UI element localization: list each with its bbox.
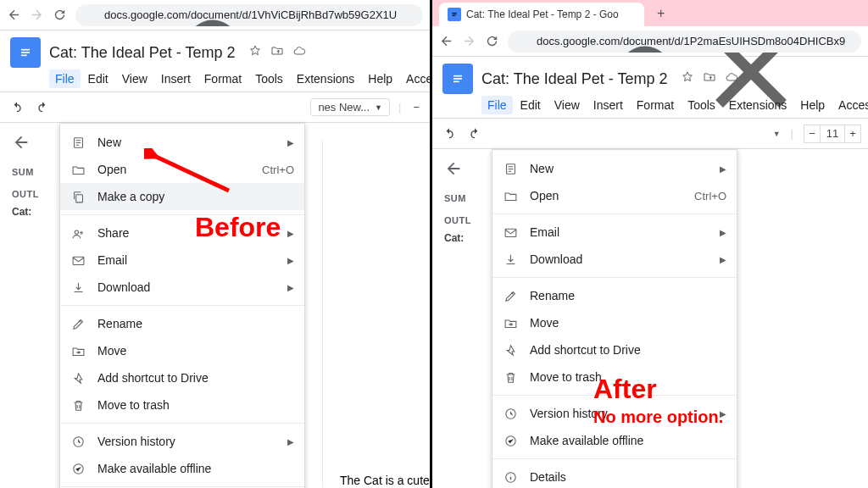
docs-logo[interactable] bbox=[442, 64, 473, 94]
new-tab-button[interactable]: + bbox=[651, 3, 671, 24]
outline-panel: SUM OUTL Cat: bbox=[0, 123, 53, 487]
outline-back-icon[interactable] bbox=[12, 133, 53, 155]
summary-label: SUM bbox=[12, 167, 53, 177]
outline-panel: SUM OUTL Cat: bbox=[432, 149, 485, 488]
outline-item[interactable]: Cat: bbox=[12, 206, 53, 218]
address-bar[interactable]: docs.google.com/document/d/1VhViCBijRhBd… bbox=[75, 4, 423, 26]
forward-button[interactable] bbox=[462, 34, 476, 48]
move-folder-icon[interactable] bbox=[270, 44, 284, 61]
menu-insert[interactable]: Insert bbox=[155, 69, 197, 88]
reload-button[interactable] bbox=[53, 8, 67, 22]
docs-logo[interactable] bbox=[10, 37, 41, 68]
email-icon bbox=[70, 252, 86, 268]
menu-edit[interactable]: Edit bbox=[82, 69, 114, 88]
menu-view[interactable]: View bbox=[116, 69, 153, 88]
close-icon[interactable] bbox=[624, 8, 636, 20]
menu-item-label: Make available offline bbox=[97, 462, 294, 475]
outline-label: OUTL bbox=[12, 189, 53, 199]
menu-item-download[interactable]: Download▶ bbox=[492, 246, 737, 273]
font-size-stepper[interactable]: − 11 + bbox=[804, 125, 861, 143]
submenu-arrow-icon: ▶ bbox=[720, 164, 726, 174]
lock-icon bbox=[518, 36, 530, 47]
menu-item-move[interactable]: Move bbox=[60, 337, 304, 364]
menu-item-label: Rename bbox=[97, 317, 294, 330]
before-label: Before bbox=[195, 212, 281, 243]
menu-view[interactable]: View bbox=[548, 96, 586, 114]
menu-extensions[interactable]: Extensions bbox=[291, 69, 360, 88]
before-pane: docs.google.com/document/d/1VhViCBijRhBd… bbox=[0, 0, 432, 488]
new-icon bbox=[503, 161, 518, 176]
menu-tools[interactable]: Tools bbox=[249, 69, 289, 88]
document-page[interactable]: The Cat is a cute bbox=[322, 140, 430, 487]
star-icon[interactable] bbox=[248, 44, 262, 61]
trash-icon bbox=[70, 397, 86, 413]
menu-acce[interactable]: Acce bbox=[400, 69, 432, 88]
menu-item-move-to-trash[interactable]: Move to trash bbox=[60, 391, 304, 419]
address-bar[interactable]: docs.google.com/document/d/1P2maEsUIHSDm… bbox=[508, 30, 861, 53]
menu-item-label: Rename bbox=[530, 289, 726, 302]
menu-item-make-available-offline[interactable]: Make available offline bbox=[492, 427, 737, 454]
menu-item-label: Download bbox=[530, 252, 708, 266]
star-icon[interactable] bbox=[681, 70, 694, 87]
forward-button[interactable] bbox=[30, 8, 44, 22]
menu-file[interactable]: File bbox=[481, 96, 513, 114]
move-folder-icon[interactable] bbox=[703, 70, 716, 87]
outline-item[interactable]: Cat: bbox=[444, 232, 485, 244]
doc-title[interactable]: Cat: The Ideal Pet - Temp 2 bbox=[481, 70, 667, 88]
browser-tab[interactable]: Cat: The Ideal Pet - Temp 2 - Goo bbox=[439, 3, 644, 26]
history-icon bbox=[70, 434, 86, 449]
menu-item-rename[interactable]: Rename bbox=[60, 310, 304, 337]
doc-title[interactable]: Cat: The Ideal Pet - Temp 2 bbox=[49, 44, 235, 62]
reload-button[interactable] bbox=[485, 34, 499, 48]
menu-help[interactable]: Help bbox=[362, 69, 398, 88]
menu-item-add-shortcut-to-drive[interactable]: Add shortcut to Drive bbox=[492, 336, 737, 363]
menu-help[interactable]: Help bbox=[794, 96, 831, 114]
size-minus[interactable]: − bbox=[804, 125, 821, 143]
menu-item-download[interactable]: Download▶ bbox=[60, 274, 304, 301]
cloud-icon[interactable] bbox=[725, 70, 738, 87]
file-menu-dropdown: New▶OpenCtrl+OEmail▶Download▶RenameMoveA… bbox=[492, 149, 737, 488]
undo-button[interactable] bbox=[439, 127, 459, 141]
menu-item-rename[interactable]: Rename bbox=[492, 282, 737, 309]
size-plus[interactable]: + bbox=[844, 125, 861, 143]
submenu-arrow-icon: ▶ bbox=[287, 283, 294, 292]
offline-icon bbox=[70, 461, 86, 476]
size-value[interactable]: 11 bbox=[821, 125, 844, 143]
redo-button[interactable] bbox=[465, 127, 485, 141]
submenu-arrow-icon: ▶ bbox=[287, 437, 294, 446]
size-minus[interactable]: − bbox=[409, 101, 423, 114]
menu-item-version-history[interactable]: Version history▶ bbox=[60, 428, 304, 455]
rename-icon bbox=[503, 288, 518, 303]
menu-extensions[interactable]: Extensions bbox=[723, 96, 793, 114]
outline-back-icon[interactable] bbox=[444, 159, 485, 181]
cloud-icon[interactable] bbox=[292, 44, 306, 61]
menu-tools[interactable]: Tools bbox=[682, 96, 721, 114]
menu-item-move[interactable]: Move bbox=[492, 309, 737, 336]
menu-separator bbox=[60, 486, 304, 487]
menu-item-make-available-offline[interactable]: Make available offline bbox=[60, 455, 304, 482]
menu-insert[interactable]: Insert bbox=[587, 96, 629, 114]
back-button[interactable] bbox=[439, 34, 453, 48]
lock-icon bbox=[86, 9, 97, 21]
menu-separator bbox=[60, 423, 304, 424]
menu-item-open[interactable]: OpenCtrl+O bbox=[492, 182, 737, 209]
menu-item-email[interactable]: Email▶ bbox=[60, 247, 304, 274]
menu-item-label: Move bbox=[97, 344, 294, 358]
redo-button[interactable] bbox=[32, 101, 53, 114]
menu-item-new[interactable]: New▶ bbox=[492, 155, 737, 182]
menu-item-email[interactable]: Email▶ bbox=[492, 219, 737, 246]
menu-format[interactable]: Format bbox=[631, 96, 680, 114]
undo-button[interactable] bbox=[7, 101, 27, 114]
menu-item-details[interactable]: Details bbox=[492, 463, 737, 488]
menu-item-add-shortcut-to-drive[interactable]: Add shortcut to Drive bbox=[60, 364, 304, 391]
summary-label: SUM bbox=[444, 193, 485, 203]
font-select[interactable]: nes New...▼ bbox=[310, 98, 390, 116]
back-button[interactable] bbox=[7, 8, 21, 22]
menu-separator bbox=[60, 305, 304, 306]
dl-icon bbox=[70, 280, 86, 295]
menu-edit[interactable]: Edit bbox=[515, 96, 547, 114]
url-text: docs.google.com/document/d/1VhViCBijRhBd… bbox=[104, 8, 397, 21]
menu-format[interactable]: Format bbox=[198, 69, 248, 88]
menu-accessi[interactable]: Accessi bbox=[832, 96, 868, 114]
menu-file[interactable]: File bbox=[49, 69, 81, 88]
